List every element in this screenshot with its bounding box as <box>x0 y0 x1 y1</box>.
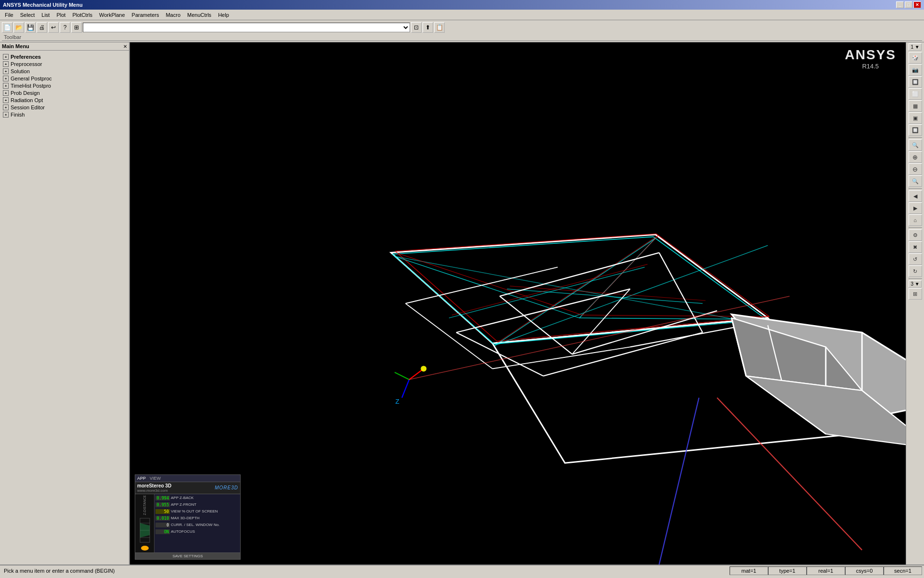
menu-entry-icon: + <box>3 105 9 110</box>
rt-grid[interactable]: ⊞ <box>909 288 922 300</box>
rt-close[interactable]: ✖ <box>909 241 922 253</box>
stereo-tab-app[interactable]: APP <box>137 476 146 481</box>
svg-line-30 <box>500 253 659 296</box>
app-title: ANSYS Mechanical Utility Menu <box>3 2 83 8</box>
stereo-params: 0.994APP Z-BACK0.955APP Z-FRONT50VIEW % … <box>154 494 240 552</box>
menu-item-select[interactable]: Select <box>17 11 38 19</box>
svg-line-1 <box>395 372 409 380</box>
param-row: ONAUTOFOCUS <box>155 528 239 535</box>
menu-item-help[interactable]: Help <box>215 11 232 19</box>
menu-item-macro[interactable]: Macro <box>163 11 183 19</box>
menu-entry-prob-design[interactable]: +Prob Design <box>2 90 127 96</box>
toolbar-new[interactable]: 📄 <box>2 22 13 33</box>
menu-entry-preprocessor[interactable]: +Preprocessor <box>2 61 127 67</box>
svg-marker-60 <box>140 523 150 538</box>
menu-item-parameters[interactable]: Parameters <box>129 11 162 19</box>
rt-home[interactable]: ⌂ <box>909 214 922 226</box>
menu-item-workplane[interactable]: WorkPlane <box>96 11 128 19</box>
viewport[interactable]: ANSYS R14.5 Z <box>130 42 906 565</box>
more3d-logo: MORE3D <box>215 485 238 490</box>
rt-redo[interactable]: ↻ <box>909 265 922 277</box>
toolbar-print[interactable]: 🖨 <box>37 22 47 33</box>
toolbar-save[interactable]: 💾 <box>25 22 36 33</box>
rt-btn-5[interactable]: ▦ <box>909 100 922 112</box>
window-controls[interactable]: _ □ ✕ <box>896 1 921 8</box>
toolbar-btn2[interactable]: ⬆ <box>423 22 433 33</box>
view-number-dropdown[interactable]: 1 ▼ <box>909 43 921 51</box>
rt-settings[interactable]: ⚙ <box>909 229 922 241</box>
rt-mode-dropdown[interactable]: 3 ▼ <box>909 280 921 288</box>
menu-bar: FileSelectListPlotPlotCtrlsWorkPlanePara… <box>0 10 924 20</box>
panel-close-icon[interactable]: ✕ <box>123 44 127 49</box>
menu-list: +Preferences+Preprocessor+Solution+Gener… <box>0 51 129 121</box>
svg-line-8 <box>393 236 654 254</box>
toolbar-undo[interactable]: ↩ <box>48 22 59 33</box>
menu-entry-session-editor[interactable]: +Session Editor <box>2 104 127 111</box>
param-label: AUTOFOCUS <box>171 529 195 534</box>
rt-zoom-in[interactable]: ⊕ <box>909 151 922 163</box>
left-panel: Main Menu ✕ +Preferences+Preprocessor+So… <box>0 42 130 565</box>
minimize-button[interactable]: _ <box>896 1 904 8</box>
maximize-button[interactable]: □ <box>905 1 912 8</box>
menu-entry-general-postproc[interactable]: +General Postproc <box>2 75 127 82</box>
param-label: APP Z-FRONT <box>171 502 196 507</box>
toolbar-extra[interactable]: ⊞ <box>71 22 82 33</box>
menu-entry-timehist-postpro[interactable]: +TimeHist Postpro <box>2 82 127 89</box>
title-bar-text: ANSYS Mechanical Utility Menu <box>3 2 83 8</box>
rt-separator-1 <box>909 137 922 138</box>
toolbar-dropdown[interactable] <box>83 23 410 32</box>
menu-entry-icon: + <box>3 68 9 74</box>
menu-entry-preferences[interactable]: +Preferences <box>2 53 127 60</box>
menu-entry-solution[interactable]: +Solution <box>2 68 127 75</box>
menu-entry-finish[interactable]: +Finish <box>2 111 127 118</box>
rt-zoom-fit[interactable]: 🔍 <box>909 139 922 151</box>
rt-btn-3[interactable]: 🔲 <box>909 76 922 88</box>
param-label: MAX 3D-DEPTH <box>171 516 200 520</box>
menu-item-menuctrls[interactable]: MenuCtrls <box>184 11 214 19</box>
rt-btn-2[interactable]: 📷 <box>909 64 922 76</box>
toolbar-btn1[interactable]: ⊡ <box>411 22 422 33</box>
stereo-header: APP VIEW <box>135 475 240 482</box>
svg-point-55 <box>421 366 426 371</box>
rt-btn-6[interactable]: ▣ <box>909 112 922 124</box>
status-cell-mat: mat=1 <box>730 566 768 575</box>
menu-entry-label: Finish <box>11 112 25 118</box>
toolbar-btn3[interactable]: 📋 <box>434 22 445 33</box>
menu-item-list[interactable]: List <box>38 11 52 19</box>
rt-zoom-out[interactable]: ⊖ <box>909 163 922 175</box>
rt-btn-7[interactable]: 🔲 <box>909 124 922 136</box>
3d-model: Z <box>130 42 906 565</box>
svg-line-11 <box>654 236 767 319</box>
param-value: 50 <box>155 509 170 514</box>
rt-pan-right[interactable]: ▶ <box>909 202 922 214</box>
toolbar-help[interactable]: ? <box>60 22 70 33</box>
menu-entry-icon: + <box>3 61 9 67</box>
svg-line-37 <box>572 289 630 355</box>
menu-entry-radiation-opt[interactable]: +Radiation Opt <box>2 97 127 104</box>
menu-entry-label: Radiation Opt <box>11 97 43 103</box>
svg-line-9 <box>494 319 766 344</box>
param-label: CURR. / SEL. WINDOW No. <box>171 523 219 527</box>
svg-text:Z: Z <box>396 398 399 405</box>
svg-line-29 <box>452 264 647 315</box>
rt-separator-4 <box>909 278 922 279</box>
rt-btn-4[interactable]: ⬜ <box>909 88 922 100</box>
svg-line-0 <box>402 380 409 398</box>
svg-line-14 <box>396 251 497 342</box>
close-button[interactable]: ✕ <box>913 1 921 8</box>
save-settings-button[interactable]: SAVE SETTINGS <box>135 552 240 559</box>
stereo-tab-view[interactable]: VIEW <box>150 476 161 481</box>
stereo-graph-label: Z-DISTANCE <box>143 495 146 515</box>
rt-btn-1[interactable]: 🎲 <box>909 52 922 64</box>
param-label: APP Z-BACK <box>171 496 193 500</box>
svg-line-31 <box>456 289 630 332</box>
param-value: 0.955 <box>155 502 170 507</box>
rt-pan-left[interactable]: ◀ <box>909 190 922 202</box>
menu-item-plot[interactable]: Plot <box>53 11 68 19</box>
menu-item-file[interactable]: File <box>2 11 16 19</box>
rt-zoom-box[interactable]: 🔍 <box>909 175 922 187</box>
toolbar-open[interactable]: 📂 <box>13 22 24 33</box>
menu-item-plotctrls[interactable]: PlotCtrls <box>69 11 95 19</box>
rt-undo[interactable]: ↺ <box>909 253 922 265</box>
stereo-indicator <box>141 546 149 551</box>
